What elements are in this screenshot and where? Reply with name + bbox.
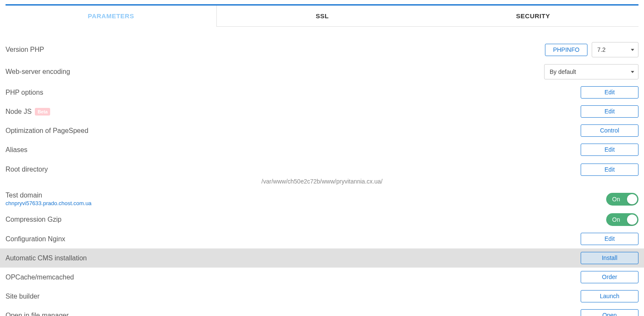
row-file-manager: Open in file manager Open — [6, 306, 638, 316]
row-cms-installation: Automatic CMS installation Install — [0, 248, 644, 268]
label-site-builder: Site builder — [6, 293, 40, 300]
file-manager-open-button[interactable]: Open — [581, 309, 638, 316]
row-site-builder: Site builder Launch — [6, 287, 638, 306]
php-options-edit-button[interactable]: Edit — [581, 86, 638, 99]
label-opcache: OPCache/memcached — [6, 274, 74, 281]
label-configuration-nginx: Configuration Nginx — [6, 235, 65, 243]
toggle-label: On — [612, 216, 620, 223]
label-aliases: Aliases — [6, 146, 28, 154]
row-opcache: OPCache/memcached Order — [6, 268, 638, 287]
row-test-domain: Test domain chnpryvi57633.prado.chost.co… — [6, 188, 638, 210]
beta-badge: Beta — [35, 108, 50, 116]
label-root-directory: Root directory — [6, 166, 48, 173]
phpinfo-button[interactable]: PHPINFO — [545, 44, 587, 56]
row-version-php: Version PHP PHPINFO 7.2 — [6, 39, 638, 61]
toggle-knob — [627, 214, 637, 225]
pagespeed-control-button[interactable]: Control — [581, 124, 638, 137]
test-domain-toggle[interactable]: On — [606, 193, 638, 206]
toggle-knob — [627, 194, 637, 204]
root-directory-edit-button[interactable]: Edit — [581, 164, 638, 176]
label-file-manager: Open in file manager — [6, 312, 69, 316]
label-node-js: Node JS — [6, 108, 31, 116]
test-domain-link[interactable]: chnpryvi57633.prado.chost.com.ua — [6, 200, 91, 206]
row-root-directory: Root directory Edit — [6, 159, 638, 176]
label-cms-installation: Automatic CMS installation — [6, 254, 87, 262]
label-web-server-encoding: Web-server encoding — [6, 68, 70, 76]
label-php-options: PHP options — [6, 89, 43, 96]
row-configuration-nginx: Configuration Nginx Edit — [6, 229, 638, 248]
gzip-toggle[interactable]: On — [606, 213, 638, 226]
aliases-edit-button[interactable]: Edit — [581, 144, 638, 156]
label-compression-gzip: Compression Gzip — [6, 216, 62, 223]
label-pagespeed: Optimization of PageSpeed — [6, 127, 88, 135]
row-web-server-encoding: Web-server encoding By default — [6, 61, 638, 83]
root-directory-path: /var/www/ch50e2c72b/www/pryvitannia.cx.u… — [6, 178, 638, 185]
toggle-label: On — [612, 196, 620, 203]
tab-parameters[interactable]: PARAMETERS — [6, 6, 217, 27]
nginx-edit-button[interactable]: Edit — [581, 233, 638, 245]
row-node-js: Node JS Beta Edit — [6, 102, 638, 121]
row-compression-gzip: Compression Gzip On — [6, 210, 638, 229]
label-version-php: Version PHP — [6, 46, 44, 54]
opcache-order-button[interactable]: Order — [581, 271, 638, 283]
cms-install-button[interactable]: Install — [581, 252, 638, 264]
tab-security[interactable]: SECURITY — [428, 6, 638, 27]
php-version-select[interactable]: 7.2 — [592, 42, 638, 57]
node-js-edit-button[interactable]: Edit — [581, 105, 638, 118]
row-php-options: PHP options Edit — [6, 83, 638, 102]
tab-ssl[interactable]: SSL — [217, 6, 428, 27]
site-builder-launch-button[interactable]: Launch — [581, 290, 638, 302]
row-pagespeed: Optimization of PageSpeed Control — [6, 121, 638, 140]
row-aliases: Aliases Edit — [6, 140, 638, 159]
encoding-select[interactable]: By default — [544, 64, 638, 79]
label-test-domain: Test domain — [6, 192, 42, 199]
tabs: PARAMETERS SSL SECURITY — [6, 4, 638, 27]
